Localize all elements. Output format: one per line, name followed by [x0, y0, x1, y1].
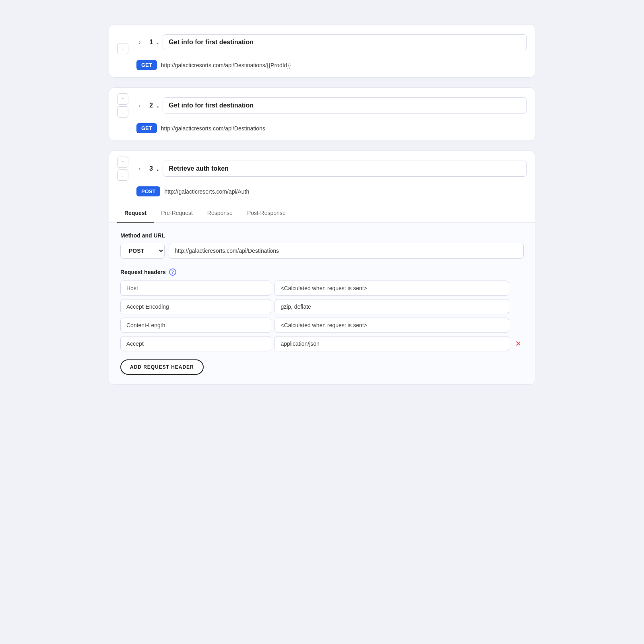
header-key-2[interactable] — [120, 318, 271, 333]
step-3-title-input[interactable] — [163, 161, 527, 177]
step-1-dot: . — [157, 39, 159, 46]
step-3-tabs: Request Pre-Request Response Post-Respon… — [109, 204, 535, 222]
tab-request[interactable]: Request — [117, 204, 154, 223]
step-2-url: http://galacticresorts.com/api/Destinati… — [161, 125, 265, 132]
step-2-header: ↑ ↓ › 2 . — [109, 88, 535, 123]
step-2-method-badge: GET — [136, 123, 157, 133]
step-3-chevron[interactable]: › — [134, 163, 145, 174]
help-icon[interactable]: ? — [169, 268, 176, 276]
step-1-title-input[interactable] — [163, 34, 527, 50]
header-val-3[interactable] — [275, 336, 509, 351]
step-3-controls: ↑ ↓ — [117, 157, 128, 181]
method-url-inputs: POST GET PUT DELETE PATCH — [120, 243, 524, 259]
header-row-3: ✕ — [120, 336, 524, 351]
step-3-url: http://galacticresorts.com/api/Auth — [164, 188, 249, 195]
step-2-dot: . — [157, 102, 159, 109]
method-url-input[interactable] — [169, 243, 524, 259]
step-card-1: ↓ › 1 . GET http://galacticresorts.com/a… — [109, 24, 535, 78]
header-key-3[interactable] — [120, 336, 271, 351]
method-select[interactable]: POST GET PUT DELETE PATCH — [120, 243, 165, 259]
step-card-3: ↑ ↓ › 3 . POST http://galacticresorts.co… — [109, 151, 535, 385]
step-1-method-badge: GET — [136, 60, 157, 70]
request-headers-label: Request headers — [120, 269, 166, 275]
step-2-controls: ↑ ↓ — [117, 93, 128, 118]
tab-response[interactable]: Response — [200, 204, 240, 223]
step-3-header: ↑ ↓ › 3 . — [109, 151, 535, 186]
header-key-0[interactable] — [120, 281, 271, 296]
step-1-down-arrow[interactable]: ↓ — [117, 43, 128, 54]
step-card-2: ↑ ↓ › 2 . GET http://galacticresorts.com… — [109, 87, 535, 141]
step-2-down-arrow[interactable]: ↓ — [117, 106, 128, 118]
step-3-number: 3 — [149, 165, 153, 172]
step-3-method-badge: POST — [136, 186, 160, 196]
step-2-title-input[interactable] — [163, 97, 527, 114]
method-url-label: Method and URL — [120, 232, 524, 239]
step-3-url-row: POST http://galacticresorts.com/api/Auth — [109, 186, 535, 204]
header-row-1 — [120, 299, 524, 314]
step-1-number: 1 — [149, 39, 153, 46]
step-3-dot: . — [157, 165, 159, 172]
step-1-header: ↓ › 1 . — [109, 25, 535, 60]
header-row-2 — [120, 318, 524, 333]
step-2-number: 2 — [149, 102, 153, 109]
step-2-chevron[interactable]: › — [134, 100, 145, 111]
header-row-0 — [120, 281, 524, 296]
add-request-header-button[interactable]: ADD REQUEST HEADER — [120, 359, 204, 375]
tab-pre-request[interactable]: Pre-Request — [154, 204, 200, 223]
header-val-1[interactable] — [275, 299, 509, 314]
step-2-up-arrow[interactable]: ↑ — [117, 93, 128, 105]
request-headers-label-row: Request headers ? — [120, 268, 524, 276]
step-1-url-row: GET http://galacticresorts.com/api/Desti… — [109, 60, 535, 77]
steps-container: ↓ › 1 . GET http://galacticresorts.com/a… — [109, 24, 535, 385]
header-val-2[interactable] — [275, 318, 509, 333]
tab-post-response[interactable]: Post-Response — [240, 204, 293, 223]
step-1-controls: ↓ — [117, 30, 128, 54]
headers-table: ✕ — [120, 281, 524, 351]
delete-header-3-button[interactable]: ✕ — [512, 338, 524, 349]
step-3-up-arrow[interactable]: ↑ — [117, 157, 128, 168]
step-1-url: http://galacticresorts.com/api/Destinati… — [161, 62, 291, 68]
step-1-chevron[interactable]: › — [134, 37, 145, 48]
tab-request-content: Method and URL POST GET PUT DELETE PATCH… — [109, 222, 535, 384]
step-3-down-arrow[interactable]: ↓ — [117, 169, 128, 181]
header-key-1[interactable] — [120, 299, 271, 314]
step-2-url-row: GET http://galacticresorts.com/api/Desti… — [109, 123, 535, 140]
header-val-0[interactable] — [275, 281, 509, 296]
